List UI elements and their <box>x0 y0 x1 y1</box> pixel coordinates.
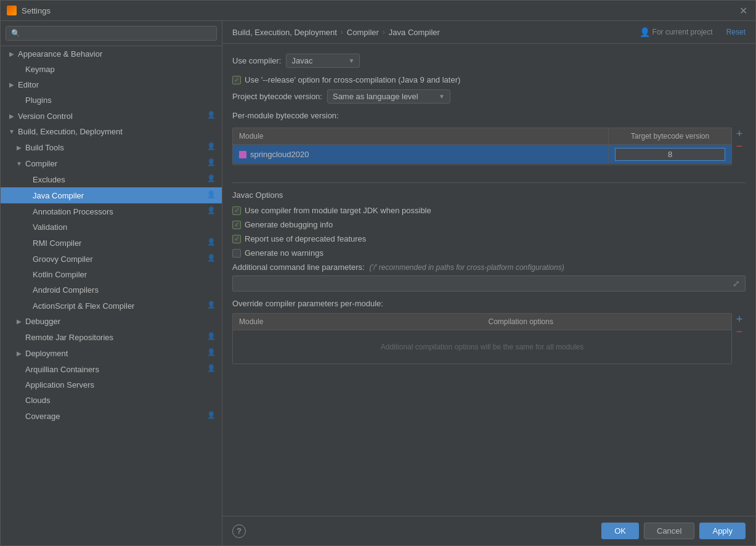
add-override-button[interactable]: + <box>733 313 746 325</box>
appearance-label: Appearance & Behavior <box>18 49 217 59</box>
override-table: Module Compilation options Additional co… <box>232 313 732 364</box>
sidebar-item-coverage[interactable]: Coverage👤 <box>1 408 222 424</box>
release-option-checkbox[interactable] <box>232 76 241 84</box>
sidebar-item-actionscript[interactable]: ActionScript & Flex Compiler👤 <box>1 298 222 314</box>
groovy-compiler-label: Groovy Compiler <box>33 255 207 264</box>
actionscript-person-icon: 👤 <box>207 301 217 311</box>
close-button[interactable]: ✕ <box>737 4 749 17</box>
window-title: Settings <box>22 6 732 15</box>
module-name: springcloud2020 <box>250 150 309 159</box>
sidebar-item-build-execution[interactable]: Build, Execution, Deployment <box>1 124 222 139</box>
release-option-row: Use '--release' option for cross-compila… <box>232 75 746 84</box>
sidebar-item-arquillian[interactable]: Arquillian Containers👤 <box>1 361 222 377</box>
help-button[interactable]: ? <box>232 524 246 538</box>
sidebar-item-keymap[interactable]: Keymap <box>1 62 222 77</box>
sidebar-item-deployment[interactable]: Deployment👤 <box>1 345 222 361</box>
add-module-button[interactable]: + <box>733 128 746 140</box>
compiler-value: Javac <box>291 56 343 65</box>
remove-override-button[interactable]: − <box>733 325 746 338</box>
dropdown-arrow-icon: ▼ <box>349 57 355 64</box>
breadcrumb-bar: Build, Execution, Deployment › Compiler … <box>222 21 755 44</box>
version-cell <box>608 145 731 164</box>
sidebar-item-build-tools[interactable]: Build Tools👤 <box>1 139 222 155</box>
opt2-row: Generate debugging info <box>232 220 746 229</box>
module-col-header: Module <box>233 128 608 144</box>
validation-label: Validation <box>33 222 217 232</box>
per-module-label: Per-module bytecode version: <box>232 111 339 120</box>
debugger-arrow-icon <box>15 318 23 325</box>
app-servers-label: Application Servers <box>25 380 217 389</box>
bytecode-version-dropdown[interactable]: Same as language level ▼ <box>327 89 450 104</box>
sidebar-item-excludes[interactable]: Excludes👤 <box>1 171 222 187</box>
ok-button[interactable]: OK <box>601 523 639 539</box>
appearance-arrow-icon <box>8 51 15 58</box>
cmd-input-wrap: ⤢ <box>232 275 746 291</box>
override-empty-text: Additional compilation options will be t… <box>233 330 731 364</box>
module-table-wrapper: Module Target bytecode version springclo… <box>232 128 746 175</box>
java-compiler-person-icon: 👤 <box>207 190 217 200</box>
sidebar-item-remote-jar[interactable]: Remote Jar Repositories👤 <box>1 329 222 345</box>
remove-module-button[interactable]: − <box>733 140 746 152</box>
remote-jar-label: Remote Jar Repositories <box>25 333 207 342</box>
override-action-buttons: + − <box>733 313 746 364</box>
editor-arrow-icon <box>8 81 15 89</box>
arquillian-label: Arquillian Containers <box>25 365 207 374</box>
clouds-label: Clouds <box>25 396 217 405</box>
sidebar-item-groovy-compiler[interactable]: Groovy Compiler👤 <box>1 251 222 267</box>
override-label: Override compiler parameters per-module: <box>232 299 746 308</box>
opt4-checkbox[interactable] <box>232 249 241 258</box>
excludes-label: Excludes <box>33 175 207 184</box>
plugins-label: Plugins <box>25 96 217 105</box>
sidebar-item-annotation-processors[interactable]: Annotation Processors👤 <box>1 203 222 219</box>
cmd-input[interactable] <box>238 279 733 288</box>
version-control-arrow-icon <box>8 112 15 120</box>
version-input[interactable] <box>615 148 725 161</box>
sidebar-item-clouds[interactable]: Clouds <box>1 393 222 408</box>
table-action-buttons: + − <box>733 128 746 175</box>
opt1-label: Use compiler from module target JDK when… <box>245 206 431 215</box>
sidebar-item-appearance[interactable]: Appearance & Behavior <box>1 46 222 62</box>
build-tools-label: Build Tools <box>25 143 207 152</box>
module-icon <box>239 151 246 158</box>
panel-content: Use compiler: Javac ▼ Use '--release' op… <box>222 44 755 516</box>
javac-options-title: Javac Options <box>232 190 746 200</box>
sidebar-item-plugins[interactable]: Plugins <box>1 92 222 108</box>
excludes-person-icon: 👤 <box>207 174 217 184</box>
opt1-row: Use compiler from module target JDK when… <box>232 206 746 215</box>
compiler-dropdown[interactable]: Javac ▼ <box>286 54 360 68</box>
breadcrumb-sep1: › <box>341 28 343 36</box>
sidebar-item-debugger[interactable]: Debugger <box>1 314 222 329</box>
divider1 <box>232 182 746 183</box>
sidebar-item-editor[interactable]: Editor <box>1 77 222 92</box>
sidebar-item-validation[interactable]: Validation <box>1 219 222 235</box>
sidebar-item-rmi-compiler[interactable]: RMI Compiler👤 <box>1 235 222 251</box>
keymap-label: Keymap <box>25 65 217 74</box>
cancel-button[interactable]: Cancel <box>644 523 694 539</box>
apply-button[interactable]: Apply <box>699 523 746 539</box>
sidebar-item-version-control[interactable]: Version Control👤 <box>1 108 222 124</box>
build-execution-arrow-icon <box>8 128 15 136</box>
expand-icon[interactable]: ⤢ <box>733 279 740 288</box>
sidebar-item-kotlin-compiler[interactable]: Kotlin Compiler <box>1 267 222 282</box>
annotation-processors-label: Annotation Processors <box>33 207 207 216</box>
sidebar-item-java-compiler[interactable]: Java Compiler👤 <box>1 187 222 203</box>
sidebar-item-app-servers[interactable]: Application Servers <box>1 377 222 393</box>
version-control-person-icon: 👤 <box>207 111 217 121</box>
bytecode-version-value: Same as language level <box>333 92 434 101</box>
search-input[interactable] <box>6 26 217 41</box>
opt1-checkbox[interactable] <box>232 206 241 215</box>
coverage-person-icon: 👤 <box>207 411 217 421</box>
remote-jar-person-icon: 👤 <box>207 332 217 342</box>
override-module-header: Module <box>233 314 482 330</box>
override-table-wrapper: Module Compilation options Additional co… <box>232 313 746 364</box>
sidebar-item-compiler[interactable]: Compiler👤 <box>1 155 222 171</box>
module-name-cell: springcloud2020 <box>233 147 608 162</box>
opt3-checkbox[interactable] <box>232 235 241 243</box>
reset-button[interactable]: Reset <box>726 28 746 36</box>
compiler-arrow-icon <box>15 160 23 167</box>
breadcrumb-part1: Build, Execution, Deployment <box>232 28 337 37</box>
sidebar-item-android-compilers[interactable]: Android Compilers <box>1 282 222 298</box>
opt2-label: Generate debugging info <box>245 220 333 229</box>
table-row[interactable]: springcloud2020 <box>233 145 731 165</box>
opt2-checkbox[interactable] <box>232 221 241 229</box>
